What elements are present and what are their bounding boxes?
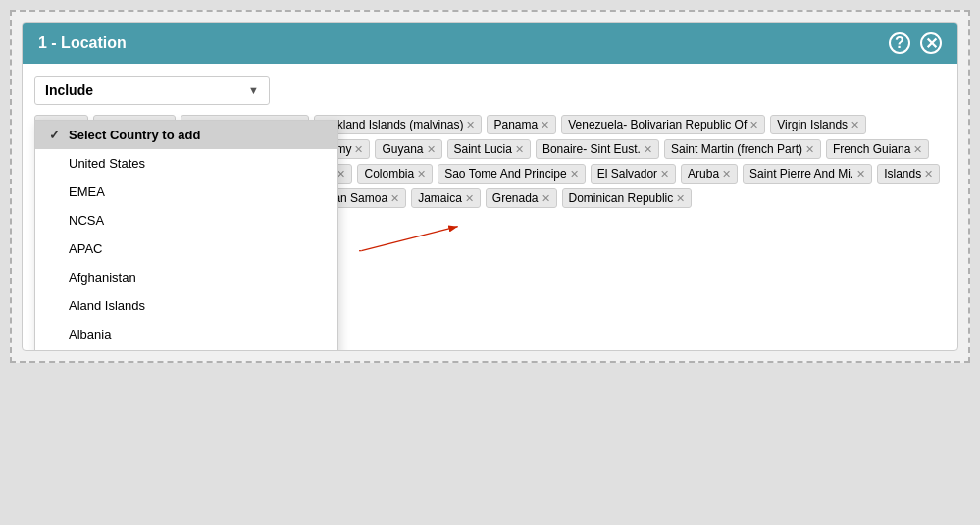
list-item: French Guiana✕ [826, 139, 929, 159]
tag-remove[interactable]: ✕ [913, 143, 922, 156]
panel-header: 1 - Location ? ✕ [23, 23, 957, 64]
dropdown-item[interactable]: EMEA [35, 178, 337, 206]
tag-remove[interactable]: ✕ [749, 119, 758, 131]
list-item: Aruba✕ [681, 164, 738, 184]
tag-label: Guyana [382, 142, 423, 156]
dropdown-item[interactable]: Albania [35, 320, 337, 348]
tag-label: Dominican Republic [569, 191, 674, 205]
list-item: Panama✕ [487, 115, 556, 134]
dropdown-item-label: United States [69, 156, 145, 171]
tag-label: Colombia [364, 167, 414, 181]
dropdown-item[interactable]: Algeria [35, 348, 337, 351]
tag-remove[interactable]: ✕ [417, 168, 426, 181]
dropdown-item-label: APAC [69, 241, 102, 256]
checkmark-icon: ✓ [49, 128, 63, 142]
tag-label: Grenada [492, 191, 539, 205]
dropdown-item-label: Aland Islands [69, 298, 145, 313]
tag-remove[interactable]: ✕ [541, 119, 549, 131]
tag-remove[interactable]: ✕ [542, 192, 550, 205]
tag-remove[interactable]: ✕ [805, 143, 814, 156]
dropdown-item[interactable]: APAC [35, 235, 337, 263]
list-item: Islands✕ [877, 164, 940, 184]
list-item: Saint Martin (french Part)✕ [664, 139, 821, 159]
tag-label: Bonaire- Sint Eust. [542, 142, 641, 156]
tag-remove[interactable]: ✕ [924, 168, 933, 181]
list-item: Saint Lucia✕ [447, 139, 531, 159]
dropdown-item[interactable]: Afghanistan [35, 263, 337, 291]
dropdown-item-label: NCSA [69, 213, 104, 228]
list-item: Virgin Islands✕ [770, 115, 866, 134]
tag-label: Aruba [688, 167, 719, 181]
tag-remove[interactable]: ✕ [851, 119, 859, 131]
close-icon[interactable]: ✕ [920, 32, 942, 54]
tag-remove[interactable]: ✕ [856, 168, 865, 181]
list-item: Jamaica✕ [411, 188, 481, 208]
tag-label: Saint Martin (french Part) [671, 142, 802, 156]
list-item: Saint Pierre And Mi.✕ [743, 164, 872, 184]
help-icon[interactable]: ? [889, 32, 910, 54]
dropdown-item-label: Afghanistan [69, 270, 136, 285]
list-item: Dominican Republic✕ [562, 188, 693, 208]
tag-remove[interactable]: ✕ [676, 192, 685, 205]
tag-remove[interactable]: ✕ [722, 168, 731, 181]
dropdown-item[interactable]: United States [35, 149, 337, 178]
list-item: Guyana✕ [375, 139, 441, 159]
panel-body: Include ▼ ✓Select Country to addUnited S… [23, 64, 957, 350]
include-arrow: ▼ [248, 84, 259, 96]
tag-remove[interactable]: ✕ [660, 168, 669, 181]
tag-label: French Guiana [833, 142, 910, 156]
list-item: Bonaire- Sint Eust.✕ [536, 139, 659, 159]
tag-remove[interactable]: ✕ [644, 143, 652, 156]
tag-remove[interactable]: ✕ [570, 168, 579, 181]
tag-label: Panama [493, 118, 538, 131]
outer-container: 1 - Location ? ✕ Include ▼ ✓Select Count… [10, 10, 970, 363]
tag-remove[interactable]: ✕ [465, 192, 474, 205]
list-item: Falkland Islands (malvinas)✕ [314, 115, 482, 134]
tag-label: Sao Tome And Principe [444, 167, 567, 181]
tag-label: Saint Pierre And Mi. [749, 167, 853, 181]
tag-remove[interactable]: ✕ [354, 143, 363, 156]
tag-remove[interactable]: ✕ [390, 192, 399, 205]
tag-label: Falkland Islands (malvinas) [321, 118, 463, 131]
include-row: Include ▼ ✓Select Country to addUnited S… [34, 76, 946, 105]
panel-header-icons: ? ✕ [889, 32, 942, 54]
dropdown-item[interactable]: NCSA [35, 206, 337, 235]
include-label: Include [45, 82, 93, 98]
tag-remove[interactable]: ✕ [466, 119, 475, 131]
tag-label: Jamaica [418, 191, 462, 205]
list-item: Colombia✕ [357, 164, 433, 184]
list-item: El Salvador✕ [591, 164, 676, 184]
location-panel: 1 - Location ? ✕ Include ▼ ✓Select Count… [22, 22, 958, 351]
include-select[interactable]: Include ▼ [34, 76, 270, 105]
list-item: Venezuela- Bolivarian Republic Of✕ [561, 115, 765, 134]
list-item: Sao Tome And Principe✕ [438, 164, 586, 184]
tag-label: Venezuela- Bolivarian Republic Of [568, 118, 747, 131]
list-item: Grenada✕ [486, 188, 557, 208]
dropdown-item-label: Select Country to add [69, 128, 200, 142]
tag-remove[interactable]: ✕ [515, 143, 524, 156]
dropdown-item-label: EMEA [69, 184, 105, 199]
tag-remove[interactable]: ✕ [427, 143, 436, 156]
dropdown-item[interactable]: ✓Select Country to add [35, 121, 337, 149]
tag-label: Virgin Islands [777, 118, 848, 131]
panel-title: 1 - Location [38, 34, 127, 52]
dropdown-item-label: Albania [69, 327, 111, 341]
dropdown-item[interactable]: Aland Islands [35, 291, 337, 320]
tag-label: Saint Lucia [454, 142, 512, 156]
country-dropdown[interactable]: ✓Select Country to addUnited StatesEMEAN… [34, 120, 338, 351]
tag-label: Islands [884, 167, 921, 181]
tag-label: El Salvador [597, 167, 657, 181]
